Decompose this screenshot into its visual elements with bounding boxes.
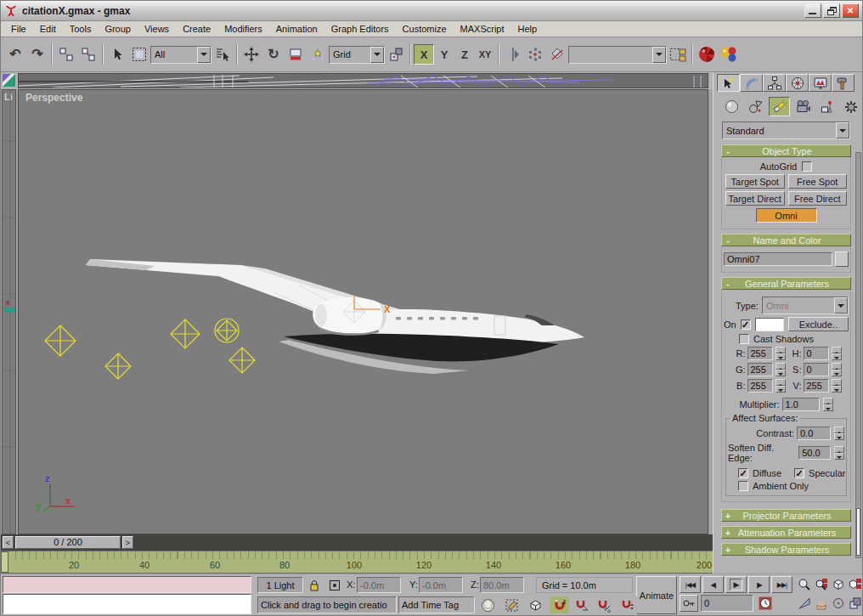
omni-button[interactable]: Omni: [756, 208, 817, 223]
subtab-cameras[interactable]: [792, 97, 814, 116]
manipulate-button[interactable]: [307, 43, 329, 65]
scrollbar-thumb[interactable]: [856, 508, 860, 556]
add-time-tag[interactable]: Add Time Tag: [398, 596, 475, 613]
light-type-dropdown[interactable]: Omni: [762, 297, 849, 314]
b-field[interactable]: 255: [747, 379, 773, 393]
go-to-start-button[interactable]: |◀◀: [680, 576, 701, 593]
h-spinner[interactable]: [832, 347, 842, 360]
next-frame-button[interactable]: |▶: [748, 576, 770, 593]
select-object-button[interactable]: [106, 43, 128, 65]
menu-group[interactable]: Group: [98, 22, 138, 36]
maxscript-listener-script[interactable]: [3, 594, 251, 614]
free-direct-button[interactable]: Free Direct: [788, 191, 848, 206]
tab-utilities[interactable]: [832, 74, 855, 92]
menu-customize[interactable]: Customize: [396, 22, 454, 36]
restore-button[interactable]: [823, 3, 840, 18]
maxscript-listener-macro[interactable]: [3, 576, 251, 593]
object-color-swatch[interactable]: [835, 251, 849, 267]
menu-animation[interactable]: Animation: [269, 22, 324, 36]
play-button[interactable]: ▶: [725, 576, 747, 593]
x-coord-field[interactable]: -0.0m: [357, 577, 401, 593]
min-max-toggle-button[interactable]: [847, 595, 863, 612]
rollout-header-projector-parameters[interactable]: + Projector Parameters: [721, 509, 851, 522]
go-to-end-button[interactable]: ▶▶|: [771, 576, 792, 593]
render-button[interactable]: [718, 43, 740, 65]
align-button[interactable]: [546, 43, 568, 65]
menu-file[interactable]: File: [4, 22, 33, 36]
left-viewport[interactable]: Li: [2, 89, 16, 534]
scale-button[interactable]: [285, 43, 307, 65]
use-pivot-center-button[interactable]: [385, 43, 407, 65]
r-spinner[interactable]: [776, 347, 786, 360]
time-slider-prev-button[interactable]: <: [3, 536, 14, 549]
degradation-override-button[interactable]: [478, 596, 498, 613]
track-bar[interactable]: 0 20 40 60 80 100 120 140 160 180 200: [1, 551, 713, 574]
h-field[interactable]: 0: [804, 347, 829, 360]
light-on-checkbox[interactable]: [741, 319, 751, 330]
move-button[interactable]: [240, 43, 262, 65]
v-field[interactable]: 255: [804, 379, 829, 393]
track-bar-handle[interactable]: [1, 551, 8, 573]
subtab-systems[interactable]: [840, 97, 861, 116]
tab-modify[interactable]: [740, 74, 763, 92]
target-spot-button[interactable]: Target Spot: [725, 174, 785, 189]
z-coord-field[interactable]: 80.0m: [480, 577, 524, 593]
r-field[interactable]: 255: [747, 347, 773, 360]
time-slider-value[interactable]: 0 / 200: [15, 536, 121, 549]
selection-lock-button[interactable]: [306, 577, 323, 593]
menu-views[interactable]: Views: [138, 22, 176, 36]
subtab-helpers[interactable]: [816, 97, 838, 116]
object-name-input[interactable]: Omni07: [724, 252, 832, 266]
zoom-all-button[interactable]: [813, 576, 829, 593]
zoom-extents-button[interactable]: [830, 576, 846, 593]
b-spinner[interactable]: [776, 379, 786, 393]
zoom-button[interactable]: [796, 576, 812, 593]
autogrid-checkbox[interactable]: [802, 161, 812, 172]
menu-modifiers[interactable]: Modifiers: [217, 22, 269, 36]
arc-rotate-button[interactable]: [830, 595, 846, 612]
unlink-button[interactable]: [77, 43, 99, 65]
rollout-header-object-type[interactable]: - Object Type: [721, 144, 851, 157]
v-spinner[interactable]: [832, 379, 842, 393]
array-button[interactable]: [524, 43, 546, 65]
subtab-lights[interactable]: [769, 97, 790, 116]
snap-3d-toggle[interactable]: 3: [550, 596, 569, 613]
cast-shadows-checkbox[interactable]: [739, 334, 749, 344]
specular-checkbox[interactable]: [794, 468, 804, 478]
current-frame-field[interactable]: 0: [701, 595, 753, 612]
animate-button[interactable]: Animate: [636, 576, 677, 614]
field-of-view-button[interactable]: [796, 595, 812, 612]
selection-filter-dropdown[interactable]: All: [150, 46, 212, 64]
target-direct-button[interactable]: Target Direct: [725, 191, 785, 206]
select-by-name-button[interactable]: [212, 43, 234, 65]
g-spinner[interactable]: [776, 363, 786, 376]
time-slider-next-button[interactable]: >: [122, 536, 133, 549]
s-spinner[interactable]: [832, 363, 842, 376]
selection-region-mode-button[interactable]: [502, 596, 522, 613]
redo-button[interactable]: ↷: [26, 43, 48, 65]
tab-hierarchy[interactable]: [763, 74, 786, 92]
perspective-viewport[interactable]: Perspective: [18, 89, 708, 534]
soften-field[interactable]: 50.0: [798, 446, 831, 460]
key-mode-button[interactable]: [680, 595, 698, 612]
previous-frame-button[interactable]: ◀|: [702, 576, 724, 593]
close-button[interactable]: ✕: [842, 3, 859, 18]
top-viewport[interactable]: [18, 73, 708, 88]
rollout-header-attenuation-parameters[interactable]: + Attenuation Parameters: [721, 526, 851, 539]
tab-create[interactable]: [717, 74, 740, 92]
zoom-extents-all-button[interactable]: [847, 576, 863, 593]
select-and-link-button[interactable]: [55, 43, 77, 65]
light-category-dropdown[interactable]: Standard: [722, 122, 850, 139]
restrict-z-button[interactable]: Z: [454, 44, 475, 65]
subtab-shapes[interactable]: [745, 97, 766, 116]
contrast-spinner[interactable]: [834, 427, 844, 440]
pan-button[interactable]: [813, 595, 829, 612]
free-spot-button[interactable]: Free Spot: [788, 174, 848, 189]
menu-tools[interactable]: Tools: [63, 22, 99, 36]
rotate-button[interactable]: ↻: [262, 43, 285, 65]
multiplier-field[interactable]: 1.0: [782, 398, 820, 411]
selection-region-button[interactable]: [128, 43, 150, 65]
s-field[interactable]: 0: [804, 363, 829, 376]
absolute-offset-toggle[interactable]: [326, 577, 343, 593]
undo-button[interactable]: ↶: [4, 43, 26, 65]
